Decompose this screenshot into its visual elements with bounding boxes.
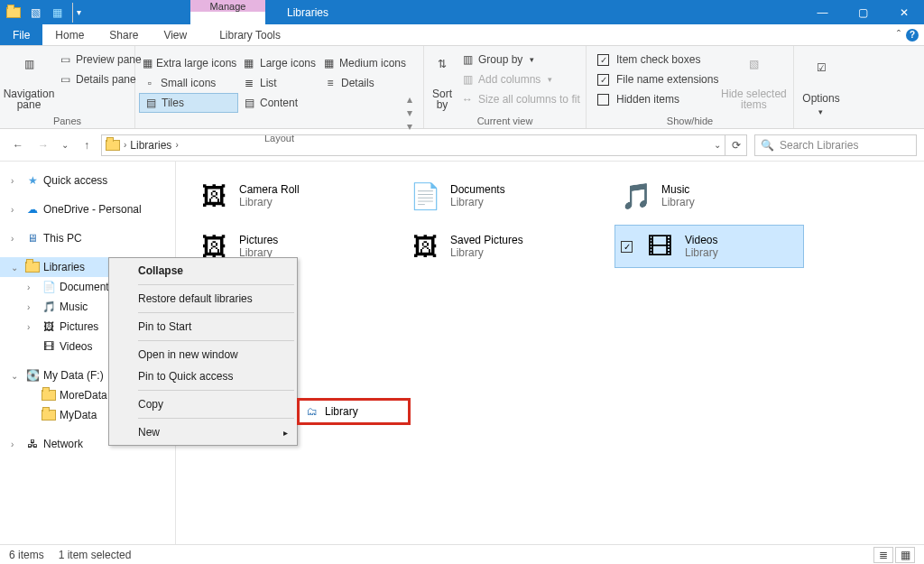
group-by-button[interactable]: ▥Group by▾ xyxy=(457,50,584,69)
expand-icon[interactable]: › xyxy=(11,234,22,244)
qat-customize-icon[interactable]: ▾ xyxy=(72,3,85,23)
expand-icon[interactable]: › xyxy=(27,322,38,332)
medium-icons-icon: ▦ xyxy=(323,56,336,70)
preview-pane-button[interactable]: ▭Preview pane xyxy=(54,50,145,69)
layout-large[interactable]: ▦Large icons xyxy=(238,53,319,73)
details-view-button[interactable]: ≣ xyxy=(873,547,893,563)
help-button[interactable]: ? xyxy=(906,29,919,42)
tab-file[interactable]: File xyxy=(0,24,42,45)
context-pin-start[interactable]: Pin to Start xyxy=(111,316,295,337)
qat-newfolder-icon[interactable]: ▦ xyxy=(47,3,67,23)
layout-scroll-up-icon[interactable]: ▴ xyxy=(407,93,418,106)
expand-icon[interactable]: › xyxy=(11,205,22,215)
ribbon-collapse-button[interactable]: ˆ xyxy=(897,29,901,42)
item-checkboxes-toggle[interactable]: Item check boxes xyxy=(594,50,722,69)
pictures-icon: 🖼 xyxy=(42,319,56,334)
tab-view[interactable]: View xyxy=(151,24,199,45)
checkbox-checked-icon xyxy=(597,74,609,86)
hide-selected-button[interactable]: ▧ Hide selected items xyxy=(722,48,785,116)
expand-icon[interactable]: › xyxy=(11,439,22,449)
menu-separator xyxy=(138,418,294,419)
expand-icon[interactable]: › xyxy=(27,302,38,312)
layout-extra-large[interactable]: ▦Extra large icons xyxy=(139,53,238,73)
up-button[interactable]: ↑ xyxy=(76,134,97,156)
expand-icon[interactable]: › xyxy=(27,282,38,292)
saved-pictures-icon: 🖼 xyxy=(409,230,441,263)
sort-by-button[interactable]: ⇅ Sort by xyxy=(428,48,457,116)
status-item-count: 6 items xyxy=(9,549,44,561)
file-extensions-toggle[interactable]: File name extensions xyxy=(594,69,722,89)
library-videos[interactable]: 🎞 VideosLibrary xyxy=(614,225,804,268)
drive-icon: 💽 xyxy=(25,368,40,383)
tree-quick-access[interactable]: ›★Quick access xyxy=(0,171,175,190)
navigation-bar: ← → ⌄ ↑ › Libraries › ⌄ ⟳ 🔍 Search Libra… xyxy=(0,129,924,162)
library-camera-roll[interactable]: 🖼 Camera RollLibrary xyxy=(192,174,382,217)
maximize-button[interactable]: ▢ xyxy=(843,0,883,24)
navigation-pane-icon: ▥ xyxy=(14,58,43,87)
group-panes-label: Panes xyxy=(4,116,131,128)
context-new[interactable]: New▸ xyxy=(111,421,295,443)
context-copy[interactable]: Copy xyxy=(111,393,295,415)
options-button[interactable]: ☑ Options▾ xyxy=(798,48,845,126)
network-icon: 🖧 xyxy=(25,437,40,451)
chevron-right-icon[interactable]: › xyxy=(124,140,126,150)
tab-share[interactable]: Share xyxy=(97,24,151,45)
large-icons-icon: ▦ xyxy=(242,56,256,70)
layout-details[interactable]: ≡Details xyxy=(319,73,410,93)
search-box[interactable]: 🔍 Search Libraries xyxy=(754,134,917,156)
add-columns-button[interactable]: ▥Add columns▾ xyxy=(457,69,584,89)
layout-list[interactable]: ≣List xyxy=(238,73,319,93)
layout-medium[interactable]: ▦Medium icons xyxy=(319,53,410,73)
title-bar: ▧ ▦ ▾ Manage Libraries — ▢ ✕ xyxy=(0,0,924,24)
tab-library-tools[interactable]: Library Tools xyxy=(207,24,293,45)
documents-icon: 📄 xyxy=(42,280,56,294)
size-columns-icon: ↔ xyxy=(460,92,475,106)
tree-this-pc[interactable]: ›🖥This PC xyxy=(0,228,175,248)
documents-library-icon: 📄 xyxy=(409,180,441,212)
chevron-right-icon[interactable]: › xyxy=(175,140,178,150)
qat-explorer-icon[interactable] xyxy=(4,3,23,23)
layout-more-icon[interactable]: ▾ xyxy=(407,120,418,133)
tiles-icon: ▤ xyxy=(143,96,158,110)
close-button[interactable]: ✕ xyxy=(883,0,924,24)
qat-properties-icon[interactable]: ▧ xyxy=(25,3,45,23)
libraries-icon xyxy=(25,260,40,274)
layout-scroll-down-icon[interactable]: ▾ xyxy=(407,106,418,119)
tree-onedrive[interactable]: ›☁OneDrive - Personal xyxy=(0,199,175,219)
address-folder-icon xyxy=(106,140,120,151)
search-icon: 🔍 xyxy=(761,139,774,152)
tab-home[interactable]: Home xyxy=(42,24,97,45)
context-restore-defaults[interactable]: Restore default libraries xyxy=(111,288,295,310)
music-library-icon: 🎵 xyxy=(620,180,652,212)
item-checkbox[interactable] xyxy=(621,241,633,253)
thumbnails-view-button[interactable]: ▦ xyxy=(895,547,915,563)
library-file-icon: 🗂 xyxy=(307,405,318,418)
library-music[interactable]: 🎵 MusicLibrary xyxy=(614,174,804,217)
ribbon-tabs: File Home Share View Library Tools ˆ ? xyxy=(0,24,924,46)
context-open-new-window[interactable]: Open in new window xyxy=(111,344,295,365)
layout-small[interactable]: ▫Small icons xyxy=(139,73,238,93)
breadcrumb-libraries[interactable]: Libraries xyxy=(130,139,171,152)
address-bar[interactable]: › Libraries › ⌄ xyxy=(101,134,725,156)
refresh-button[interactable]: ⟳ xyxy=(725,134,747,156)
recent-locations-button[interactable]: ⌄ xyxy=(58,134,72,156)
expand-icon[interactable]: › xyxy=(11,176,22,186)
context-pin-quick-access[interactable]: Pin to Quick access xyxy=(111,365,295,387)
layout-tiles[interactable]: ▤Tiles xyxy=(139,93,238,113)
navigation-pane-button[interactable]: ▥ Navigation pane xyxy=(4,48,54,116)
context-new-library[interactable]: Library xyxy=(325,405,358,418)
context-collapse[interactable]: Collapse xyxy=(111,260,295,282)
layout-content[interactable]: ▤Content xyxy=(238,93,319,113)
minimize-button[interactable]: — xyxy=(802,0,843,24)
library-documents[interactable]: 📄 DocumentsLibrary xyxy=(403,174,593,217)
details-pane-button[interactable]: ▭Details pane xyxy=(54,69,145,89)
collapse-icon[interactable]: ⌄ xyxy=(11,263,22,273)
forward-button[interactable]: → xyxy=(32,134,54,156)
back-button[interactable]: ← xyxy=(7,134,29,156)
address-dropdown-icon[interactable]: ⌄ xyxy=(714,140,721,150)
size-columns-button[interactable]: ↔Size all columns to fit xyxy=(457,89,584,109)
library-saved-pictures[interactable]: 🖼 Saved PicturesLibrary xyxy=(403,225,593,268)
collapse-icon[interactable]: ⌄ xyxy=(11,371,22,381)
camera-roll-icon: 🖼 xyxy=(198,180,230,212)
hidden-items-toggle[interactable]: Hidden items xyxy=(594,89,722,109)
